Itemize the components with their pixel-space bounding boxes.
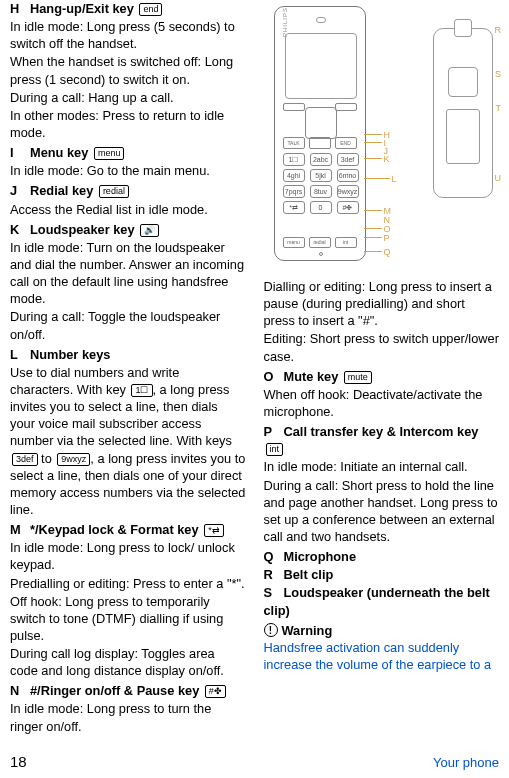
key-9-icon: 9wxyz	[57, 453, 90, 466]
body-text: During a call: Toggle the loudspeaker on…	[10, 308, 246, 342]
callout-q: Q	[384, 246, 391, 258]
body-text: In idle mode: Long press to turn the rin…	[10, 700, 246, 734]
microphone-icon	[319, 252, 323, 256]
key-o-heading: OMute key mute	[264, 368, 500, 385]
battery-cover-icon	[446, 109, 480, 164]
body-text: When off hook: Deactivate/activate the m…	[264, 386, 500, 420]
redial-btn-icon: redial	[309, 237, 331, 248]
key-s-heading: SLoudspeaker (underneath the belt clip)	[264, 584, 500, 618]
warning-text: Handsfree activation can suddenly increa…	[264, 639, 500, 673]
earpiece-icon	[316, 17, 326, 23]
body-text: During a call: Hang up a call.	[10, 89, 246, 106]
loudspeaker-key-icon: 🔊	[140, 224, 159, 237]
key-m-heading: M*/Keypad lock & Format key *⇄	[10, 521, 246, 538]
softkey-right-icon	[335, 103, 357, 111]
handset-front-illustration: PHILIPS TALK END 1☐ 2abc	[274, 6, 366, 261]
body-text: Off hook: Long press to temporarily swit…	[10, 593, 246, 644]
warning-heading: ! Warning	[264, 622, 500, 639]
callout-r: R	[495, 24, 502, 36]
body-text: In idle mode: Go to the main menu.	[10, 162, 246, 179]
menu-btn-icon: menu	[283, 237, 305, 248]
handset-back-illustration	[433, 28, 493, 198]
body-text: When the handset is switched off: Long p…	[10, 53, 246, 87]
key-h-heading: HHang-up/Exit key end	[10, 0, 246, 17]
star-key-icon: *⇄	[204, 524, 224, 537]
int-btn-icon: int	[335, 237, 357, 248]
end-button-icon: END	[335, 137, 357, 149]
key-k-heading: KLoudspeaker key 🔊	[10, 221, 246, 238]
callout-t: T	[496, 102, 502, 114]
page-footer: 18 Your phone	[10, 752, 499, 772]
body-text: In idle mode: Long press to lock/ unlock…	[10, 539, 246, 573]
key-n-heading: N#/Ringer on/off & Pause key #✤	[10, 682, 246, 699]
screen-icon	[285, 33, 357, 99]
callout-s: S	[495, 68, 501, 80]
softkey-left-icon	[283, 103, 305, 111]
key-3-icon: 3def	[12, 453, 38, 466]
key-p-heading: PCall transfer key & Intercom key int	[264, 423, 500, 457]
column-right: PHILIPS TALK END 1☐ 2abc	[264, 0, 500, 744]
key-j-heading: JRedial key redial	[10, 182, 246, 199]
footer-section-label: Your phone	[433, 754, 499, 771]
body-text: Use to dial numbers and write characters…	[10, 364, 246, 518]
callout-l: L	[392, 173, 397, 185]
key-i-heading: IMenu key menu	[10, 144, 246, 161]
page-number: 18	[10, 752, 27, 772]
mute-key-icon: mute	[344, 371, 372, 384]
body-text: During a call: Short press to hold the l…	[264, 477, 500, 546]
keypad-icon: 1☐ 2abc 3def 4ghi 5jkl 6mno 7pqrs 8tuv 9…	[283, 153, 359, 214]
body-text: Predialling or editing: Press to enter a…	[10, 575, 246, 592]
body-text: In idle mode: Turn on the loudspeaker an…	[10, 239, 246, 308]
body-text: Dialling or editing: Long press to inser…	[264, 278, 500, 329]
talk-button-icon: TALK	[283, 137, 305, 149]
body-text: In other modes: Press to return to idle …	[10, 107, 246, 141]
body-text: Access the Redial list in idle mode.	[10, 201, 246, 218]
redial-key-icon: redial	[99, 185, 129, 198]
callout-k: K	[384, 153, 390, 165]
body-text: In idle mode: Long press (5 seconds) to …	[10, 18, 246, 52]
back-speaker-icon	[448, 67, 478, 97]
callout-p: P	[384, 232, 390, 244]
hash-key-icon: #✤	[205, 685, 226, 698]
handset-diagram: PHILIPS TALK END 1☐ 2abc	[264, 0, 500, 270]
end-key-icon: end	[139, 3, 162, 16]
nav-pad-icon	[305, 107, 337, 139]
int-key-icon: int	[266, 443, 284, 456]
key-r-heading: RBelt clip	[264, 566, 500, 583]
body-text: Editing: Short press to switch upper/low…	[264, 330, 500, 364]
body-text: During call log display: Toggles area co…	[10, 645, 246, 679]
callout-u: U	[495, 172, 502, 184]
key-l-heading: LNumber keys	[10, 346, 246, 363]
belt-clip-icon	[454, 19, 472, 37]
menu-key-icon: menu	[94, 147, 125, 160]
warning-icon: !	[264, 623, 278, 637]
key-1-icon: 1☐	[131, 384, 152, 397]
speaker-button-icon	[309, 137, 331, 149]
column-left: HHang-up/Exit key end In idle mode: Long…	[10, 0, 246, 744]
body-text: In idle mode: Initiate an internal call.	[264, 458, 500, 475]
key-q-heading: QMicrophone	[264, 548, 500, 565]
